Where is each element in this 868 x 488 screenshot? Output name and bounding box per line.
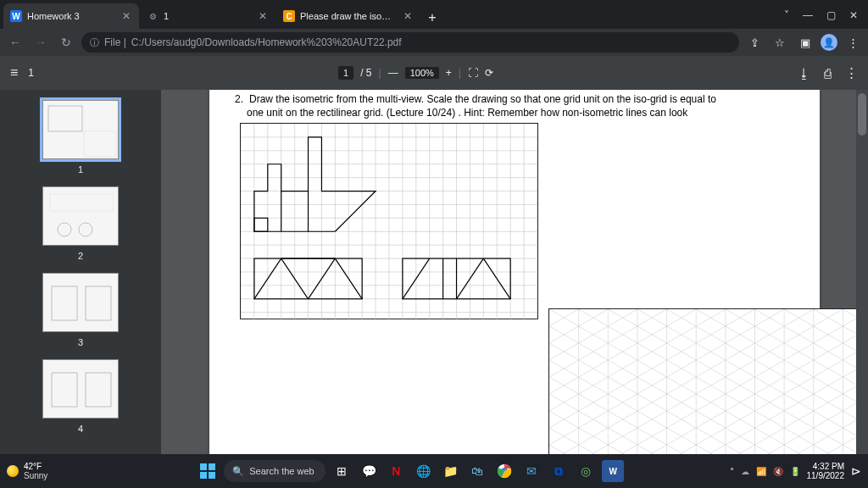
edge-icon[interactable]: 🌐 xyxy=(412,460,434,482)
svg-point-2 xyxy=(58,223,71,236)
thumbnail-label: 2 xyxy=(78,251,83,261)
word-icon[interactable]: W xyxy=(602,460,624,482)
iso-grid-svg xyxy=(549,309,868,454)
tray-chevron-icon[interactable]: ˄ xyxy=(730,467,734,476)
tab-close-icon[interactable]: ✕ xyxy=(259,11,269,21)
svg-line-134 xyxy=(549,309,868,454)
forward-button[interactable]: → xyxy=(31,32,51,53)
explorer-icon[interactable]: 📁 xyxy=(439,460,461,482)
weather-widget[interactable]: 42°F Sunny xyxy=(7,462,92,480)
svg-line-128 xyxy=(549,309,868,454)
rect-grid-svg xyxy=(241,124,537,319)
document-scrollbar[interactable] xyxy=(856,90,868,454)
tab-label: Homework 3 xyxy=(27,11,117,21)
thumbnail-3[interactable] xyxy=(42,273,119,332)
svg-line-140 xyxy=(549,309,868,454)
svg-line-163 xyxy=(549,309,868,454)
page-number-input[interactable]: 1 xyxy=(338,66,353,80)
pdf-title: 1 xyxy=(28,67,34,79)
rotate-button[interactable]: ⟳ xyxy=(485,67,493,79)
svg-line-179 xyxy=(549,341,868,454)
zoom-level[interactable]: 100% xyxy=(405,67,439,79)
svg-rect-0 xyxy=(48,106,82,131)
svg-line-161 xyxy=(549,309,868,454)
pdf-menu-button[interactable]: ⋮ xyxy=(845,65,858,80)
document-area[interactable]: 2. Draw the isometric from the multi-vie… xyxy=(161,90,868,454)
svg-line-132 xyxy=(549,309,868,454)
separator: | xyxy=(459,67,461,79)
svg-line-157 xyxy=(549,309,868,428)
dropbox-icon[interactable]: ⧉ xyxy=(548,460,570,482)
thumbnail-1[interactable] xyxy=(42,100,119,159)
minimize-button[interactable]: — xyxy=(803,9,813,21)
question-line2: one unit on the rectilinear grid. (Lectu… xyxy=(247,107,687,120)
thumbnail-label: 1 xyxy=(78,164,83,175)
zoom-out-button[interactable]: — xyxy=(388,67,398,79)
task-view-button[interactable]: ⊞ xyxy=(331,460,353,482)
chrome-menu-button[interactable]: ⋮ xyxy=(843,32,863,53)
time: 4:32 PM xyxy=(813,462,844,471)
netflix-icon[interactable]: N xyxy=(385,460,407,482)
tab-homework3[interactable]: W Homework 3 ✕ xyxy=(3,3,139,29)
favicon-w-icon: W xyxy=(10,10,22,22)
svg-line-177 xyxy=(549,324,868,454)
back-button[interactable]: ← xyxy=(5,32,25,53)
chat-app-icon[interactable]: 💬 xyxy=(358,460,380,482)
svg-rect-281 xyxy=(200,472,207,479)
mail-icon[interactable]: ✉ xyxy=(520,460,542,482)
question-line1: Draw the isometric from the multi-view. … xyxy=(249,93,716,105)
svg-line-189 xyxy=(549,425,868,454)
reload-button[interactable]: ↻ xyxy=(56,32,76,53)
file-icon: ⓘ xyxy=(90,36,99,49)
volume-icon[interactable]: 🔇 xyxy=(773,467,783,476)
new-tab-button[interactable]: + xyxy=(421,7,443,29)
onedrive-icon[interactable]: ☁ xyxy=(741,467,749,476)
svg-line-181 xyxy=(549,358,868,454)
svg-line-187 xyxy=(549,408,868,454)
svg-rect-49 xyxy=(254,219,268,232)
tab-1[interactable]: ⚙ 1 ✕ xyxy=(140,3,275,29)
svg-line-122 xyxy=(549,309,868,413)
share-button[interactable]: ⇪ xyxy=(744,32,765,53)
close-window-button[interactable]: ✕ xyxy=(849,9,858,21)
maximize-button[interactable]: ▢ xyxy=(826,9,836,21)
svg-line-171 xyxy=(549,309,868,454)
print-button[interactable]: ⎙ xyxy=(824,66,832,80)
notifications-button[interactable]: ⊳ xyxy=(851,464,861,478)
taskbar-search[interactable]: 🔍 Search the web xyxy=(224,460,326,482)
condition: Sunny xyxy=(24,471,47,480)
svg-line-150 xyxy=(549,377,868,454)
tab-close-icon[interactable]: ✕ xyxy=(122,11,132,21)
pdf-viewer: 1 2 3 4 2. Draw the isometric from the m… xyxy=(0,90,868,454)
start-button[interactable] xyxy=(197,460,219,482)
tab-chegg[interactable]: C Please draw the isometric from th ✕ xyxy=(276,3,420,29)
pdf-page: 2. Draw the isometric from the multi-vie… xyxy=(209,90,820,454)
zoom-in-button[interactable]: + xyxy=(446,67,452,79)
svg-line-185 xyxy=(549,391,868,454)
app-icon[interactable]: ◎ xyxy=(575,460,597,482)
wifi-icon[interactable]: 📶 xyxy=(756,467,766,476)
store-icon[interactable]: 🛍 xyxy=(466,460,488,482)
svg-point-3 xyxy=(79,223,92,236)
thumbnail-panel: 1 2 3 4 xyxy=(0,90,161,454)
battery-icon[interactable]: 🔋 xyxy=(790,467,800,476)
tab-strip: W Homework 3 ✕ ⚙ 1 ✕ C Please draw the i… xyxy=(0,2,774,29)
chrome-icon[interactable] xyxy=(493,460,515,482)
separator: | xyxy=(379,67,381,79)
svg-line-167 xyxy=(549,309,868,454)
download-button[interactable]: ⭳ xyxy=(798,66,810,80)
chevron-down-icon[interactable]: ˅ xyxy=(784,9,789,21)
tab-close-icon[interactable]: ✕ xyxy=(403,11,414,21)
svg-line-183 xyxy=(549,374,868,454)
svg-line-126 xyxy=(549,309,868,447)
svg-rect-5 xyxy=(52,286,77,320)
sidebar-toggle-button[interactable]: ≡ xyxy=(10,65,18,80)
profile-avatar[interactable]: 👤 xyxy=(821,34,837,51)
fit-page-button[interactable]: ⛶ xyxy=(468,67,478,79)
omnibox[interactable]: ⓘ File | C:/Users/audg0/Downloads/Homewo… xyxy=(81,32,739,53)
clock[interactable]: 4:32 PM 11/9/2022 xyxy=(807,462,845,480)
extensions-button[interactable]: ▣ xyxy=(795,32,815,53)
thumbnail-4[interactable] xyxy=(42,359,119,419)
thumbnail-2[interactable] xyxy=(42,186,119,246)
bookmark-button[interactable]: ☆ xyxy=(770,32,790,53)
